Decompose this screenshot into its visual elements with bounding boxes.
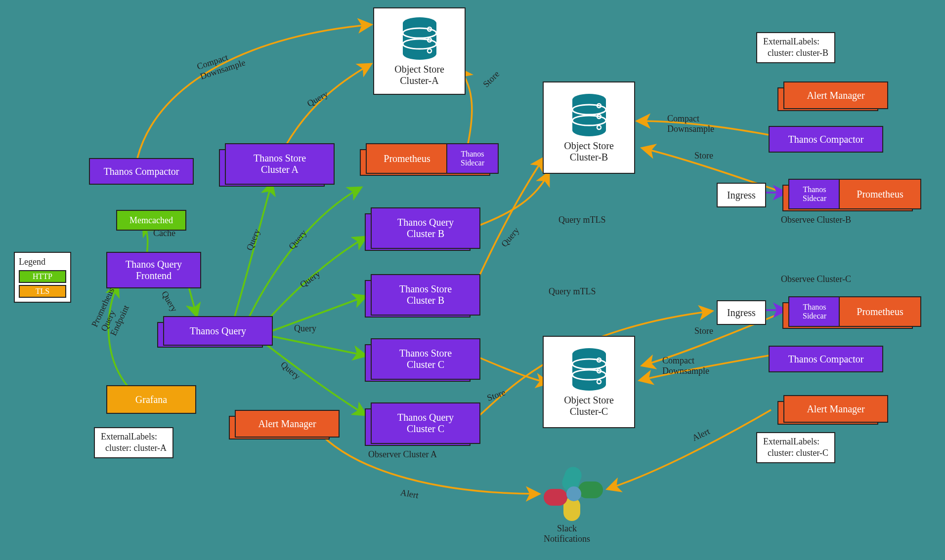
- memcached: Memcached: [116, 210, 186, 231]
- database-icon: [569, 347, 609, 392]
- edge-q-ob: Query: [499, 226, 521, 249]
- observee-cluster-c-label: Observee Cluster-C: [781, 274, 851, 284]
- grafana: Grafana: [106, 385, 196, 414]
- thanos-store-cluster-c: Thanos Store Cluster C: [371, 338, 474, 374]
- prometheus-b: Prometheus: [839, 179, 921, 209]
- thanos-store-cluster-b: Thanos Store Cluster B: [371, 274, 474, 310]
- edge-q4: Query: [294, 323, 316, 334]
- external-labels-b: ExternalLabels: cluster: cluster-B: [756, 32, 835, 63]
- prometheus-sidecar-c: Thanos Sidecar Prometheus: [788, 296, 917, 321]
- legend-box: Legend HTTP TLS: [14, 252, 71, 303]
- edge-query-store-a: Query: [305, 89, 330, 109]
- prometheus-sidecar-a: Prometheus Thanos Sidecar: [366, 143, 494, 168]
- ingress-b: Ingress: [717, 183, 766, 207]
- prometheus-sidecar-b: Thanos Sidecar Prometheus: [788, 179, 917, 203]
- edge-query-frontend: Query: [159, 289, 179, 314]
- prometheus-c: Prometheus: [839, 296, 921, 327]
- edge-compact-b: Compact Downsample: [667, 114, 714, 134]
- edge-prom-endpoint: Prometheus Query Endpoint: [89, 286, 135, 338]
- edge-qmtls-c: Query mTLS: [549, 286, 596, 297]
- edge-q3: Query: [298, 269, 322, 290]
- prometheus-a: Prometheus: [366, 143, 448, 174]
- edge-alert-a: Alert: [399, 487, 419, 501]
- edge-store-ob: Store: [486, 387, 507, 403]
- thanos-query-cluster-c: Thanos Query Cluster C: [371, 402, 474, 438]
- edge-compact-a: Compact Downsample: [196, 47, 247, 81]
- edge-compact-c: Compact Downsample: [662, 356, 709, 376]
- thanos-compactor-a: Thanos Compactor: [89, 158, 194, 185]
- alert-manager-c: Alert Manager: [783, 395, 882, 417]
- edge-cache: Cache: [153, 228, 175, 239]
- edge-store-a: Store: [481, 69, 502, 90]
- database-icon: [400, 16, 439, 61]
- edge-q2: Query: [287, 228, 309, 252]
- observer-cluster-a-label: Observer Cluster A: [368, 449, 437, 460]
- edge-q5: Query: [279, 360, 302, 382]
- object-store-a: Object Store Cluster-A: [373, 7, 466, 95]
- legend-http: HTTP: [19, 270, 66, 283]
- legend-tls: TLS: [19, 285, 66, 298]
- thanos-query-cluster-b: Thanos Query Cluster B: [371, 207, 474, 243]
- thanos-compactor-b: Thanos Compactor: [769, 126, 883, 153]
- thanos-sidecar-c: Thanos Sidecar: [788, 296, 841, 327]
- slack-icon: [544, 467, 603, 521]
- database-icon: [569, 93, 609, 137]
- thanos-store-cluster-a: Thanos Store Cluster A: [225, 143, 329, 179]
- edge-alert-c: Alert: [690, 426, 711, 443]
- alert-manager-a: Alert Manager: [235, 410, 334, 432]
- edge-store-b: Store: [694, 151, 713, 161]
- edge-qmtls-b: Query mTLS: [558, 215, 605, 225]
- thanos-sidecar-b: Thanos Sidecar: [788, 179, 841, 209]
- observee-cluster-b-label: Observee Cluster-B: [781, 215, 851, 225]
- thanos-compactor-c: Thanos Compactor: [769, 346, 883, 372]
- thanos-query-frontend: Thanos Query Frontend: [106, 252, 201, 288]
- ingress-c: Ingress: [717, 300, 766, 325]
- thanos-sidecar-a: Thanos Sidecar: [446, 143, 499, 174]
- thanos-query: Thanos Query: [163, 316, 267, 340]
- alert-manager-b: Alert Manager: [783, 81, 882, 103]
- external-labels-c: ExternalLabels: cluster: cluster-C: [756, 432, 835, 463]
- object-store-c: Object Store Cluster-C: [543, 336, 635, 428]
- edge-q1: Query: [244, 228, 262, 252]
- external-labels-a: ExternalLabels: cluster: cluster-A: [94, 427, 173, 458]
- edge-store-c: Store: [694, 326, 713, 336]
- object-store-b: Object Store Cluster-B: [543, 81, 635, 174]
- legend-title: Legend: [19, 257, 66, 267]
- slack-label: Slack Notifications: [544, 523, 590, 544]
